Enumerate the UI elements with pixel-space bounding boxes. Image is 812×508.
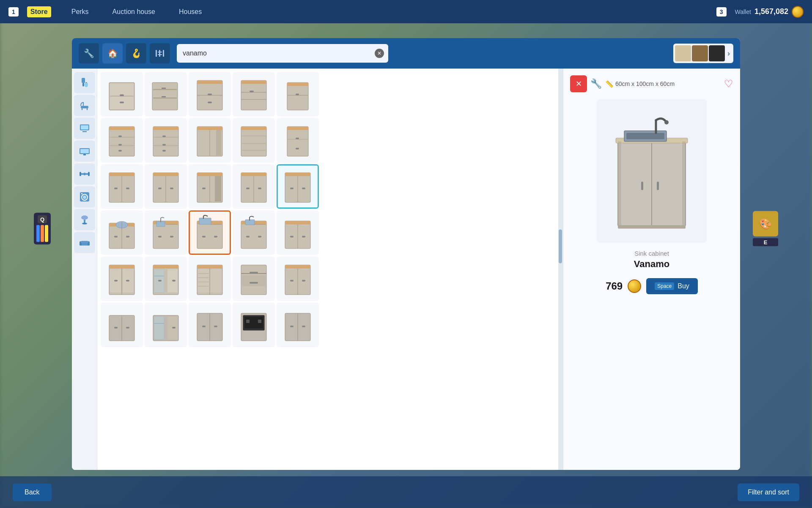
- item-grid: [97, 69, 558, 470]
- svg-rect-81: [287, 127, 308, 156]
- svg-rect-173: [290, 280, 294, 282]
- svg-rect-141: [290, 236, 294, 237]
- svg-rect-26: [81, 193, 82, 194]
- item-cell-4-5[interactable]: [277, 210, 319, 255]
- back-button[interactable]: Back: [13, 483, 52, 501]
- item-cell-3-2[interactable]: [145, 164, 187, 209]
- svg-rect-20: [88, 172, 90, 176]
- svg-rect-74: [216, 130, 221, 155]
- tab-home[interactable]: 🏠: [102, 43, 123, 64]
- cat-electronics[interactable]: [74, 118, 95, 139]
- item-name: Vanamo: [634, 259, 669, 270]
- item-cell-5-4[interactable]: [233, 257, 275, 301]
- tab-fence[interactable]: [150, 43, 170, 64]
- search-clear-button[interactable]: ✕: [375, 49, 384, 58]
- favorite-button[interactable]: ♡: [724, 78, 733, 90]
- item-row-4: [101, 210, 555, 255]
- item-name-section: Sink cabinet Vanamo: [634, 250, 669, 270]
- item-row-2: [101, 118, 555, 163]
- item-cell-5-1[interactable]: [101, 257, 143, 301]
- item-row-6: [101, 303, 555, 347]
- item-cell-3-1[interactable]: [101, 164, 143, 209]
- cat-laundry[interactable]: [74, 186, 95, 207]
- item-cell-5-2[interactable]: [145, 257, 187, 301]
- item-cell-3-3[interactable]: [189, 164, 231, 209]
- buy-button[interactable]: Space Buy: [646, 278, 698, 294]
- color-strips: [36, 225, 48, 242]
- svg-rect-41: [153, 97, 177, 99]
- svg-rect-116: [126, 236, 129, 237]
- svg-rect-177: [114, 327, 118, 329]
- cat-tv[interactable]: [74, 141, 95, 162]
- item-cell-2-3[interactable]: [189, 118, 231, 163]
- svg-rect-192: [258, 320, 261, 323]
- item-cell-1-1[interactable]: [101, 72, 143, 116]
- swatch-next-button[interactable]: ›: [726, 49, 732, 58]
- cat-bathroom[interactable]: [74, 95, 95, 116]
- item-cell-1-5[interactable]: [277, 72, 319, 116]
- tools-button[interactable]: 🔧: [590, 78, 602, 89]
- wallet-section: Wallet 1,567,082: [735, 6, 804, 18]
- item-cell-2-5[interactable]: [277, 118, 319, 163]
- svg-rect-115: [114, 236, 118, 237]
- tab-hook[interactable]: 🪝: [126, 43, 146, 64]
- svg-rect-19: [80, 172, 81, 176]
- item-cell-5-5[interactable]: [277, 257, 319, 301]
- item-cell-5-3[interactable]: [189, 257, 231, 301]
- item-cell-6-1[interactable]: [101, 303, 143, 347]
- svg-rect-59: [109, 127, 134, 130]
- item-cell-4-1[interactable]: [101, 210, 143, 255]
- svg-rect-48: [208, 102, 212, 103]
- cat-lamp[interactable]: [74, 209, 95, 230]
- q-key-badge: Q: [38, 215, 47, 224]
- svg-rect-97: [197, 173, 222, 176]
- close-detail-button[interactable]: ✕: [570, 75, 587, 92]
- cat-sofa[interactable]: [74, 232, 95, 253]
- svg-rect-193: [243, 331, 264, 339]
- svg-rect-92: [153, 173, 178, 176]
- svg-rect-94: [158, 188, 162, 189]
- cat-fitness[interactable]: [74, 163, 95, 185]
- swatch-brown[interactable]: [692, 45, 708, 61]
- item-cell-2-4[interactable]: [233, 118, 275, 163]
- item-cell-3-5[interactable]: [277, 164, 319, 209]
- svg-rect-43: [162, 96, 166, 97]
- item-cell-4-4[interactable]: [233, 210, 275, 255]
- item-cell-3-4[interactable]: [233, 164, 275, 209]
- item-cell-6-2[interactable]: [145, 303, 187, 347]
- svg-rect-76: [241, 127, 266, 156]
- nav-houses[interactable]: Houses: [176, 6, 205, 17]
- svg-rect-89: [114, 188, 118, 189]
- svg-rect-180: [154, 316, 164, 340]
- item-cell-2-1[interactable]: [101, 118, 143, 163]
- item-cell-2-2[interactable]: [145, 118, 187, 163]
- buy-key-badge: Space: [655, 282, 674, 290]
- item-cell-1-2[interactable]: [145, 72, 187, 116]
- item-cell-6-5[interactable]: [277, 303, 319, 347]
- search-box: ✕: [177, 44, 388, 63]
- item-cell-4-3-selected[interactable]: [189, 210, 231, 255]
- item-cell-1-3[interactable]: [189, 72, 231, 116]
- svg-rect-129: [202, 236, 206, 237]
- nav-auction[interactable]: Auction house: [109, 6, 159, 17]
- wallet-amount: 1,567,082: [754, 7, 788, 16]
- price-coin-icon: [628, 279, 641, 293]
- item-cell-6-4[interactable]: [233, 303, 275, 347]
- nav-perks[interactable]: Perks: [68, 6, 92, 17]
- nav-store[interactable]: Store: [27, 6, 51, 17]
- filter-sort-button[interactable]: Filter and sort: [738, 483, 799, 501]
- svg-point-25: [83, 196, 86, 199]
- cat-cleaning[interactable]: [74, 72, 95, 93]
- svg-rect-4: [163, 50, 164, 57]
- detail-actions: ✕ 🔧 📏 60cm x 100cm x 60cm ♡: [570, 75, 733, 92]
- swatch-beige[interactable]: [675, 45, 691, 61]
- coin-icon: [792, 6, 804, 18]
- item-cell-1-4[interactable]: [233, 72, 275, 116]
- scrollbar[interactable]: [558, 69, 562, 470]
- item-cell-4-2[interactable]: [145, 210, 187, 255]
- search-input[interactable]: [177, 44, 388, 63]
- item-cell-6-3[interactable]: [189, 303, 231, 347]
- tab-wrench[interactable]: 🔧: [79, 43, 99, 64]
- svg-point-203: [664, 120, 669, 124]
- swatch-dark[interactable]: [709, 45, 725, 61]
